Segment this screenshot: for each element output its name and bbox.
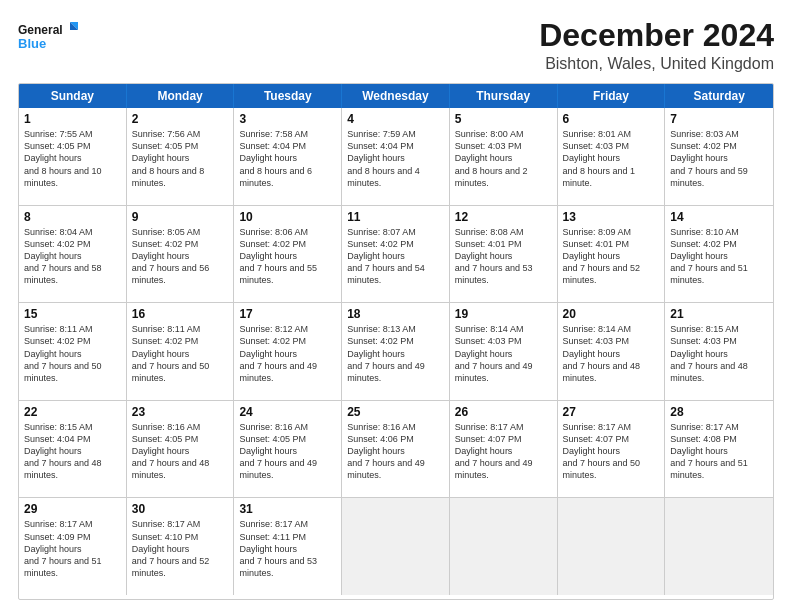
table-row: 30Sunrise: 8:17 AMSunset: 4:10 PMDayligh… <box>127 498 235 595</box>
table-row: 6Sunrise: 8:01 AMSunset: 4:03 PMDaylight… <box>558 108 666 205</box>
day-number: 15 <box>24 307 121 321</box>
day-number: 19 <box>455 307 552 321</box>
table-row <box>342 498 450 595</box>
day-number: 3 <box>239 112 336 126</box>
logo-svg: General Blue <box>18 18 78 54</box>
day-number: 23 <box>132 405 229 419</box>
day-number: 16 <box>132 307 229 321</box>
day-number: 28 <box>670 405 768 419</box>
cell-details: Sunrise: 8:07 AMSunset: 4:02 PMDaylight … <box>347 227 425 286</box>
table-row: 8Sunrise: 8:04 AMSunset: 4:02 PMDaylight… <box>19 206 127 303</box>
cell-details: Sunrise: 7:58 AMSunset: 4:04 PMDaylight … <box>239 129 312 188</box>
table-row: 29Sunrise: 8:17 AMSunset: 4:09 PMDayligh… <box>19 498 127 595</box>
calendar-row-1: 8Sunrise: 8:04 AMSunset: 4:02 PMDaylight… <box>19 206 773 304</box>
cell-details: Sunrise: 7:55 AMSunset: 4:05 PMDaylight … <box>24 129 102 188</box>
day-number: 4 <box>347 112 444 126</box>
day-number: 29 <box>24 502 121 516</box>
day-number: 14 <box>670 210 768 224</box>
table-row: 16Sunrise: 8:11 AMSunset: 4:02 PMDayligh… <box>127 303 235 400</box>
day-number: 2 <box>132 112 229 126</box>
day-number: 8 <box>24 210 121 224</box>
table-row: 14Sunrise: 8:10 AMSunset: 4:02 PMDayligh… <box>665 206 773 303</box>
table-row: 11Sunrise: 8:07 AMSunset: 4:02 PMDayligh… <box>342 206 450 303</box>
header-monday: Monday <box>127 84 235 108</box>
cell-details: Sunrise: 8:05 AMSunset: 4:02 PMDaylight … <box>132 227 210 286</box>
calendar-row-3: 22Sunrise: 8:15 AMSunset: 4:04 PMDayligh… <box>19 401 773 499</box>
day-number: 25 <box>347 405 444 419</box>
header-tuesday: Tuesday <box>234 84 342 108</box>
table-row: 1Sunrise: 7:55 AMSunset: 4:05 PMDaylight… <box>19 108 127 205</box>
day-number: 31 <box>239 502 336 516</box>
day-number: 7 <box>670 112 768 126</box>
table-row: 17Sunrise: 8:12 AMSunset: 4:02 PMDayligh… <box>234 303 342 400</box>
table-row: 27Sunrise: 8:17 AMSunset: 4:07 PMDayligh… <box>558 401 666 498</box>
cell-details: Sunrise: 8:15 AMSunset: 4:04 PMDaylight … <box>24 422 102 481</box>
table-row: 31Sunrise: 8:17 AMSunset: 4:11 PMDayligh… <box>234 498 342 595</box>
table-row: 15Sunrise: 8:11 AMSunset: 4:02 PMDayligh… <box>19 303 127 400</box>
cell-details: Sunrise: 8:14 AMSunset: 4:03 PMDaylight … <box>455 324 533 383</box>
cell-details: Sunrise: 8:16 AMSunset: 4:06 PMDaylight … <box>347 422 425 481</box>
table-row: 26Sunrise: 8:17 AMSunset: 4:07 PMDayligh… <box>450 401 558 498</box>
day-number: 10 <box>239 210 336 224</box>
cell-details: Sunrise: 8:17 AMSunset: 4:09 PMDaylight … <box>24 519 102 578</box>
day-number: 18 <box>347 307 444 321</box>
table-row: 2Sunrise: 7:56 AMSunset: 4:05 PMDaylight… <box>127 108 235 205</box>
table-row: 9Sunrise: 8:05 AMSunset: 4:02 PMDaylight… <box>127 206 235 303</box>
cell-details: Sunrise: 8:13 AMSunset: 4:02 PMDaylight … <box>347 324 425 383</box>
table-row: 19Sunrise: 8:14 AMSunset: 4:03 PMDayligh… <box>450 303 558 400</box>
table-row: 25Sunrise: 8:16 AMSunset: 4:06 PMDayligh… <box>342 401 450 498</box>
calendar-body: 1Sunrise: 7:55 AMSunset: 4:05 PMDaylight… <box>19 108 773 595</box>
cell-details: Sunrise: 8:01 AMSunset: 4:03 PMDaylight … <box>563 129 636 188</box>
main-title: December 2024 <box>539 18 774 53</box>
cell-details: Sunrise: 8:17 AMSunset: 4:08 PMDaylight … <box>670 422 748 481</box>
cell-details: Sunrise: 8:10 AMSunset: 4:02 PMDaylight … <box>670 227 748 286</box>
cell-details: Sunrise: 8:04 AMSunset: 4:02 PMDaylight … <box>24 227 102 286</box>
cell-details: Sunrise: 8:11 AMSunset: 4:02 PMDaylight … <box>132 324 210 383</box>
logo: General Blue <box>18 18 78 54</box>
day-number: 5 <box>455 112 552 126</box>
day-number: 30 <box>132 502 229 516</box>
day-number: 26 <box>455 405 552 419</box>
day-number: 12 <box>455 210 552 224</box>
header-saturday: Saturday <box>665 84 773 108</box>
table-row: 4Sunrise: 7:59 AMSunset: 4:04 PMDaylight… <box>342 108 450 205</box>
header-sunday: Sunday <box>19 84 127 108</box>
cell-details: Sunrise: 8:17 AMSunset: 4:10 PMDaylight … <box>132 519 210 578</box>
cell-details: Sunrise: 8:16 AMSunset: 4:05 PMDaylight … <box>132 422 210 481</box>
table-row: 21Sunrise: 8:15 AMSunset: 4:03 PMDayligh… <box>665 303 773 400</box>
cell-details: Sunrise: 7:59 AMSunset: 4:04 PMDaylight … <box>347 129 420 188</box>
table-row <box>665 498 773 595</box>
svg-text:Blue: Blue <box>18 36 46 51</box>
cell-details: Sunrise: 8:15 AMSunset: 4:03 PMDaylight … <box>670 324 748 383</box>
day-number: 21 <box>670 307 768 321</box>
cell-details: Sunrise: 8:17 AMSunset: 4:07 PMDaylight … <box>455 422 533 481</box>
cell-details: Sunrise: 8:00 AMSunset: 4:03 PMDaylight … <box>455 129 528 188</box>
table-row: 22Sunrise: 8:15 AMSunset: 4:04 PMDayligh… <box>19 401 127 498</box>
subtitle: Bishton, Wales, United Kingdom <box>539 55 774 73</box>
title-block: December 2024 Bishton, Wales, United Kin… <box>539 18 774 73</box>
cell-details: Sunrise: 8:08 AMSunset: 4:01 PMDaylight … <box>455 227 533 286</box>
svg-text:General: General <box>18 23 63 37</box>
cell-details: Sunrise: 8:14 AMSunset: 4:03 PMDaylight … <box>563 324 641 383</box>
day-number: 20 <box>563 307 660 321</box>
cell-details: Sunrise: 8:03 AMSunset: 4:02 PMDaylight … <box>670 129 748 188</box>
day-number: 17 <box>239 307 336 321</box>
header-thursday: Thursday <box>450 84 558 108</box>
calendar: Sunday Monday Tuesday Wednesday Thursday… <box>18 83 774 600</box>
cell-details: Sunrise: 8:09 AMSunset: 4:01 PMDaylight … <box>563 227 641 286</box>
table-row: 12Sunrise: 8:08 AMSunset: 4:01 PMDayligh… <box>450 206 558 303</box>
day-number: 9 <box>132 210 229 224</box>
table-row: 18Sunrise: 8:13 AMSunset: 4:02 PMDayligh… <box>342 303 450 400</box>
calendar-header: Sunday Monday Tuesday Wednesday Thursday… <box>19 84 773 108</box>
cell-details: Sunrise: 8:17 AMSunset: 4:11 PMDaylight … <box>239 519 317 578</box>
page: General Blue December 2024 Bishton, Wale… <box>0 0 792 612</box>
cell-details: Sunrise: 7:56 AMSunset: 4:05 PMDaylight … <box>132 129 205 188</box>
table-row: 13Sunrise: 8:09 AMSunset: 4:01 PMDayligh… <box>558 206 666 303</box>
table-row: 28Sunrise: 8:17 AMSunset: 4:08 PMDayligh… <box>665 401 773 498</box>
day-number: 1 <box>24 112 121 126</box>
table-row: 23Sunrise: 8:16 AMSunset: 4:05 PMDayligh… <box>127 401 235 498</box>
day-number: 13 <box>563 210 660 224</box>
calendar-row-0: 1Sunrise: 7:55 AMSunset: 4:05 PMDaylight… <box>19 108 773 206</box>
cell-details: Sunrise: 8:12 AMSunset: 4:02 PMDaylight … <box>239 324 317 383</box>
table-row: 10Sunrise: 8:06 AMSunset: 4:02 PMDayligh… <box>234 206 342 303</box>
